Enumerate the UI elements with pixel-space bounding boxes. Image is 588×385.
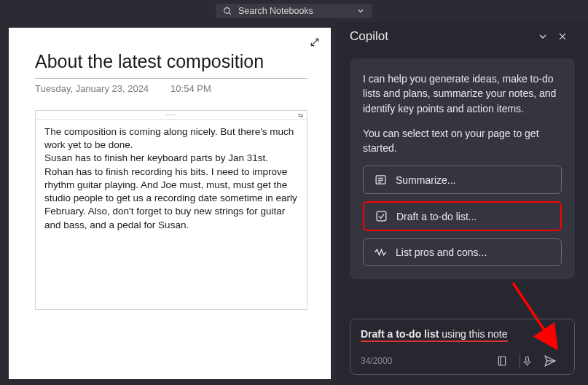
copilot-input-bold: Draft a to-do list <box>361 328 439 340</box>
note-body-container: ···· ⇆ The composition is coming along n… <box>35 110 307 310</box>
svg-line-2 <box>311 39 318 45</box>
search-placeholder: Search Notebooks <box>238 6 350 16</box>
note-card: About the latest composition Tuesday, Ja… <box>9 28 331 379</box>
summarize-label: Summarize... <box>396 174 455 186</box>
pros-cons-button[interactable]: List pros and cons... <box>363 238 562 266</box>
checkbox-icon <box>375 210 388 222</box>
expand-icon[interactable] <box>309 36 321 48</box>
send-icon[interactable] <box>544 354 565 368</box>
svg-rect-9 <box>377 212 386 222</box>
note-meta: Tuesday, January 23, 2024 10:54 PM <box>35 83 307 94</box>
copilot-actions: Summarize... Draft a to-do list... List … <box>363 166 562 266</box>
chevron-down-icon[interactable] <box>356 7 365 15</box>
copilot-input-rest: using this note <box>439 328 507 340</box>
copilot-input[interactable]: Draft a to-do list using this note 34/20… <box>350 319 575 375</box>
copilot-intro-1: I can help you generate ideas, make to-d… <box>363 71 562 116</box>
svg-rect-12 <box>498 357 505 365</box>
title-divider <box>35 78 307 79</box>
close-icon[interactable] <box>557 31 578 42</box>
note-time: 10:54 PM <box>170 83 211 94</box>
note-pane: About the latest composition Tuesday, Ja… <box>0 22 337 385</box>
copilot-body: I can help you generate ideas, make to-d… <box>337 51 588 319</box>
svg-point-0 <box>224 7 230 13</box>
copilot-pane: Copilot I can help you generate ideas, m… <box>337 22 588 385</box>
list-icon <box>374 174 387 186</box>
wave-icon <box>374 247 387 257</box>
copilot-header: Copilot <box>337 22 588 51</box>
drag-dots-icon: ···· <box>165 111 176 119</box>
copilot-intro-2: You can select text on your page to get … <box>363 126 562 156</box>
collapse-icon[interactable] <box>537 31 557 42</box>
svg-line-1 <box>229 12 231 15</box>
resize-handle-icon[interactable]: ⇆ <box>298 112 305 119</box>
mic-icon[interactable] <box>522 355 544 368</box>
draft-todo-label: Draft a to-do list... <box>396 211 477 222</box>
copilot-intro-card: I can help you generate ideas, make to-d… <box>350 58 575 279</box>
char-counter: 34/2000 <box>361 356 496 366</box>
pros-cons-label: List pros and cons... <box>396 246 487 258</box>
input-separator <box>520 354 520 368</box>
note-title[interactable]: About the latest composition <box>35 51 307 78</box>
draft-todo-button[interactable]: Draft a to-do list... <box>363 201 562 231</box>
svg-rect-14 <box>526 357 529 362</box>
notebook-ref-icon[interactable] <box>496 355 518 367</box>
copilot-input-footer: 34/2000 <box>361 354 565 368</box>
note-date: Tuesday, January 23, 2024 <box>35 83 149 94</box>
copilot-title: Copilot <box>350 29 537 44</box>
note-body-handle[interactable]: ···· ⇆ <box>36 111 307 120</box>
search-icon <box>223 7 232 16</box>
note-body-text[interactable]: The composition is coming along nicely. … <box>36 120 307 309</box>
copilot-input-text[interactable]: Draft a to-do list using this note <box>361 328 565 342</box>
summarize-button[interactable]: Summarize... <box>363 166 562 194</box>
search-notebooks-box[interactable]: Search Notebooks <box>216 4 372 18</box>
top-bar: Search Notebooks <box>0 0 588 22</box>
